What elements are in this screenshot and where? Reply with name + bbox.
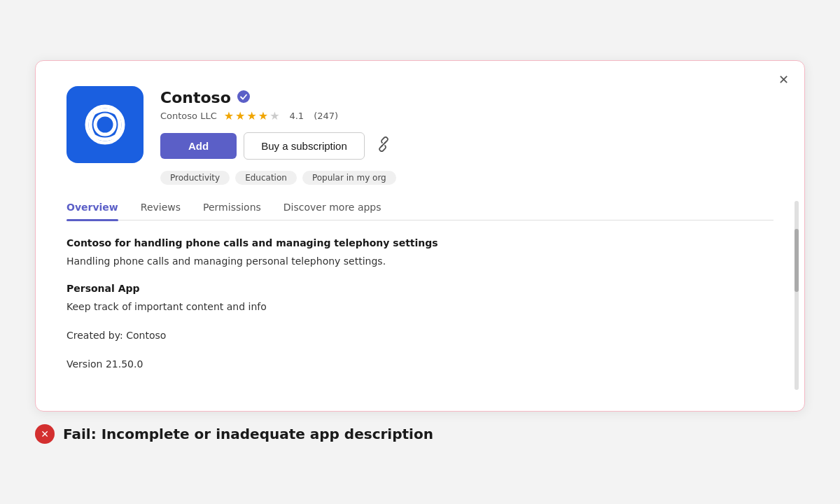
svg-point-2 — [237, 90, 250, 103]
tag-productivity: Productivity — [160, 171, 230, 185]
star-3: ★ — [246, 109, 256, 122]
overview-content: Contoso for handling phone calls and man… — [66, 237, 774, 372]
fail-icon: ✕ — [35, 424, 55, 444]
content-paragraph-1: Handling phone calls and managing person… — [66, 254, 762, 269]
content-line-1: Keep track of important content and info — [66, 300, 762, 314]
buy-subscription-button[interactable]: Buy a subscription — [244, 132, 365, 160]
tag-popular: Popular in my org — [302, 171, 396, 185]
svg-point-1 — [95, 115, 115, 134]
app-info: Contoso Contoso LLC ★ ★ ★ ★ — [160, 86, 774, 185]
tab-overview[interactable]: Overview — [66, 202, 118, 220]
content-heading-1: Contoso for handling phone calls and man… — [66, 237, 762, 248]
app-icon — [66, 86, 144, 163]
app-name: Contoso — [160, 89, 231, 106]
fail-text: Fail: Incomplete or inadequate app descr… — [63, 426, 433, 442]
svg-point-0 — [87, 106, 123, 143]
content-line-2: Created by: Contoso — [66, 328, 762, 343]
publisher-row: Contoso LLC ★ ★ ★ ★ ★ 4.1 (247) — [160, 109, 774, 122]
scrollbar-thumb[interactable] — [794, 229, 799, 292]
action-row: Add Buy a subscription — [160, 132, 774, 160]
star-rating: ★ ★ ★ ★ ★ — [224, 109, 280, 122]
tags-row: Productivity Education Popular in my org — [160, 171, 774, 185]
close-button[interactable]: ✕ — [778, 74, 789, 86]
app-modal: ✕ Contoso — [35, 60, 805, 412]
star-4: ★ — [258, 109, 268, 122]
scrollbar-track[interactable] — [794, 201, 799, 390]
content-line-3: Version 21.50.0 — [66, 357, 762, 372]
rating-count: (247) — [314, 111, 338, 121]
star-5: ★ — [270, 109, 279, 122]
tab-permissions[interactable]: Permissions — [203, 202, 261, 220]
tabs-row: Overview Reviews Permissions Discover mo… — [66, 202, 774, 220]
tab-discover[interactable]: Discover more apps — [284, 202, 382, 220]
copy-link-button[interactable] — [372, 132, 396, 160]
add-button[interactable]: Add — [160, 133, 237, 159]
tab-reviews[interactable]: Reviews — [141, 202, 181, 220]
publisher-name: Contoso LLC — [160, 111, 217, 121]
fail-icon-symbol: ✕ — [41, 428, 49, 440]
fail-banner: ✕ Fail: Incomplete or inadequate app des… — [35, 424, 805, 444]
star-1: ★ — [224, 109, 234, 122]
content-heading-2: Personal App — [66, 283, 762, 294]
star-2: ★ — [235, 109, 245, 122]
verified-badge — [237, 90, 251, 106]
rating-value: 4.1 — [289, 111, 304, 121]
app-title-row: Contoso — [160, 89, 774, 106]
app-header: Contoso Contoso LLC ★ ★ ★ ★ — [66, 86, 774, 185]
tag-education: Education — [235, 171, 297, 185]
